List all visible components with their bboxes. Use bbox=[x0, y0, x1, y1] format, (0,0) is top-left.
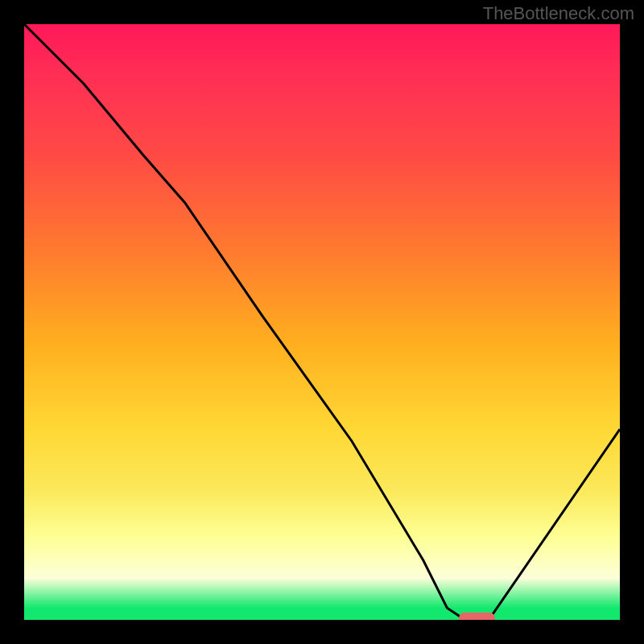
optimal-range-marker bbox=[459, 613, 494, 620]
bottleneck-curve bbox=[24, 24, 620, 620]
chart-plot-area bbox=[24, 24, 620, 620]
watermark-text: TheBottleneck.com bbox=[483, 3, 634, 24]
